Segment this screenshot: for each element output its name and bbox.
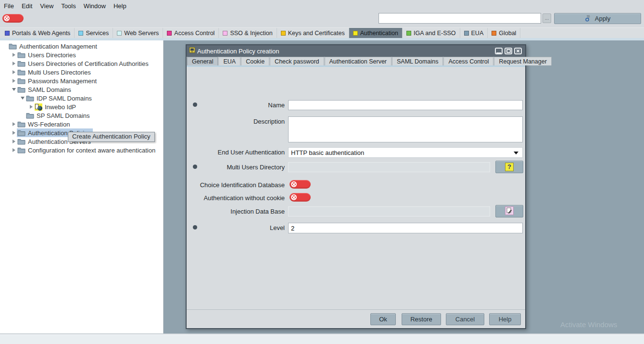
dialog-tab-authentication-server[interactable]: Authentication Server <box>325 57 392 65</box>
expand-arrow-icon[interactable] <box>11 53 17 57</box>
tree-item-label: SP SAML Domains <box>37 112 90 119</box>
tree-item-users-directories-of-certification-authorities[interactable]: Users Directories of Certification Autho… <box>0 59 163 68</box>
module-tab-services[interactable]: Services <box>75 28 113 38</box>
tree-item-configuration-for-context-aware-authentication[interactable]: Configuration for context aware authenti… <box>0 146 163 154</box>
more-options-button[interactable]: ... <box>543 13 551 23</box>
tree-item-passwords-management[interactable]: Passwords Management <box>0 76 163 85</box>
module-tab-label: IGA and E-SSO <box>414 30 456 37</box>
folder-icon <box>17 130 25 136</box>
folder-icon <box>17 61 25 67</box>
authentication-policy-dialog: Authentication Policy creation GeneralEU… <box>186 44 526 329</box>
dialog-tab-eua[interactable]: EUA <box>218 57 240 65</box>
module-tab-access-control[interactable]: Access Control <box>163 28 219 38</box>
minimize-icon[interactable] <box>495 48 503 54</box>
folder-icon <box>17 139 25 145</box>
expand-arrow-icon[interactable] <box>11 148 17 152</box>
navigation-tree: Authentication ManagementUsers Directori… <box>0 40 164 334</box>
module-color-swatch-icon <box>353 31 358 36</box>
apply-label: Apply <box>595 15 611 22</box>
database-picker-icon <box>505 206 514 217</box>
expand-arrow-icon[interactable] <box>11 79 17 83</box>
chevron-down-icon <box>514 152 518 154</box>
module-tab-label: Keys and Certificates <box>288 30 345 37</box>
folder-icon <box>17 87 25 93</box>
tree-item-users-directories[interactable]: Users Directories <box>0 51 163 59</box>
tree-item-saml-domains[interactable]: SAML Domains <box>0 85 163 94</box>
module-tab-eua[interactable]: EUA <box>460 28 488 38</box>
module-tab-authentication[interactable]: Authentication <box>349 28 403 38</box>
dialog-titlebar[interactable]: Authentication Policy creation <box>187 45 525 57</box>
application-window: FileEditViewToolsWindowHelp ... Apply Po… <box>0 0 644 344</box>
collapse-arrow-icon[interactable] <box>19 97 25 100</box>
name-input[interactable] <box>288 100 523 110</box>
folder-icon <box>26 95 34 102</box>
injection-database-picker-button[interactable] <box>495 205 523 217</box>
dialog-tab-general[interactable]: General <box>187 57 218 65</box>
dialog-body: Name Description End User Authentication… <box>188 68 524 309</box>
dialog-tab-access-control[interactable]: Access Control <box>443 57 493 65</box>
dialog-icon <box>189 47 196 55</box>
description-textarea[interactable] <box>288 116 523 142</box>
authentication-without-cookie-toggle-off[interactable] <box>290 193 311 202</box>
close-icon[interactable] <box>514 48 522 54</box>
tree-item-inwebo-idp[interactable]: Inwebo IdP <box>0 102 163 111</box>
status-toggle-off[interactable] <box>2 14 24 23</box>
module-tab-iga-and-e-sso[interactable]: IGA and E-SSO <box>403 28 460 38</box>
authentication-without-cookie-label: Authentication without cookie <box>196 194 285 202</box>
choice-identification-database-toggle-off[interactable] <box>290 180 311 189</box>
module-tab-keys-and-certificates[interactable]: Keys and Certificates <box>277 28 349 38</box>
dialog-title: Authentication Policy creation <box>197 48 495 55</box>
dialog-button-bar: Ok Restore Cancel Help <box>187 309 525 328</box>
apply-button[interactable]: Apply <box>554 13 641 24</box>
module-tab-global[interactable]: Global <box>488 28 520 38</box>
tree-item-label: Users Directories <box>28 51 76 59</box>
dialog-tab-saml-domains[interactable]: SAML Domains <box>392 57 443 65</box>
multi-users-directory-picker-button[interactable]: ? <box>495 161 523 173</box>
ok-button[interactable]: Ok <box>370 313 396 325</box>
menu-file[interactable]: File <box>1 1 19 11</box>
menu-bar: FileEditViewToolsWindowHelp <box>0 0 644 12</box>
filter-input[interactable] <box>379 13 541 24</box>
dialog-tab-cookie[interactable]: Cookie <box>241 57 269 65</box>
menu-tools[interactable]: Tools <box>58 1 80 11</box>
level-input[interactable] <box>288 223 523 233</box>
menu-help[interactable]: Help <box>111 1 131 11</box>
tree-item-idp-saml-domains[interactable]: IDP SAML Domains <box>0 94 163 102</box>
expand-arrow-icon[interactable] <box>11 122 17 126</box>
globe-icon <box>38 106 42 111</box>
tree-item-multi-users-directories[interactable]: Multi Users Directories <box>0 68 163 76</box>
maximize-icon[interactable] <box>505 48 512 54</box>
expand-arrow-icon[interactable] <box>28 105 34 109</box>
dialog-tab-request-manager[interactable]: Request Manager <box>494 57 551 65</box>
module-tab-sso-injection[interactable]: SSO & Injection <box>219 28 277 38</box>
tree-item-ws-federation[interactable]: WS-Federation <box>0 120 163 128</box>
cancel-button[interactable]: Cancel <box>446 313 484 325</box>
restore-button[interactable]: Restore <box>402 313 441 325</box>
menu-edit[interactable]: Edit <box>19 1 37 11</box>
expand-arrow-icon[interactable] <box>11 62 17 65</box>
help-button[interactable]: Help <box>489 313 521 325</box>
module-tab-web-servers[interactable]: Web Servers <box>113 28 163 38</box>
expand-arrow-icon[interactable] <box>11 70 17 74</box>
status-bar <box>0 334 644 344</box>
expand-arrow-icon[interactable] <box>11 131 17 135</box>
module-color-swatch-icon <box>281 31 286 36</box>
folder-icon <box>26 113 34 119</box>
activate-windows-watermark: Activate Windows <box>560 320 617 329</box>
dialog-tab-check-password[interactable]: Check password <box>270 57 324 65</box>
module-color-swatch-icon <box>167 31 172 36</box>
module-tab-portals-web-agents[interactable]: Portals & Web Agents <box>1 28 75 38</box>
expand-arrow-icon[interactable] <box>11 140 17 143</box>
tree-item-sp-saml-domains[interactable]: SP SAML Domains <box>0 111 163 120</box>
menu-window[interactable]: Window <box>81 1 111 11</box>
collapse-arrow-icon[interactable] <box>11 88 17 91</box>
end-user-authentication-select[interactable]: HTTP basic authentication <box>288 147 523 158</box>
menu-view[interactable]: View <box>37 1 58 11</box>
tree-item-authentication-management[interactable]: Authentication Management <box>0 42 163 51</box>
module-tab-label: EUA <box>471 30 484 37</box>
module-tab-label: Access Control <box>174 30 215 37</box>
module-tab-label: SSO & Injection <box>230 30 272 37</box>
multi-users-directory-input <box>288 162 490 172</box>
tree-item-label: Multi Users Directories <box>28 69 91 76</box>
level-label: Level <box>196 224 285 231</box>
